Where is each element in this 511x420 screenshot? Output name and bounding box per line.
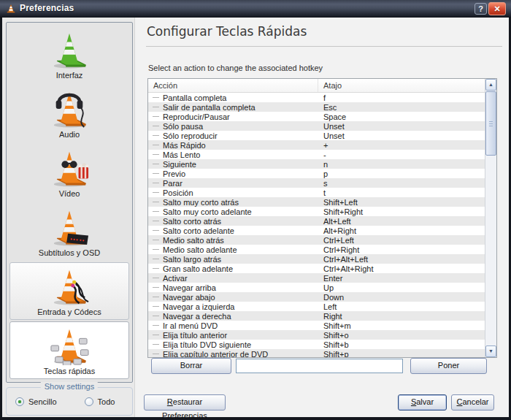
sidebar-item-label: Teclas rápidas [44, 367, 95, 375]
tree-branch-icon [153, 145, 159, 145]
sidebar-item-video[interactable]: Vídeo [9, 144, 129, 202]
table-row[interactable]: Salto muy corto adelanteShift+Right [148, 207, 485, 216]
table-row[interactable]: Navegar a izquierdaLeft [148, 302, 485, 311]
column-header-atajo[interactable]: Atajo [318, 79, 485, 92]
sidebar-item-teclas-rapidas[interactable]: Teclas rápidas [9, 321, 129, 379]
client-area: InterfazAudioVídeoSubtítulos y OSDEntrad… [2, 18, 509, 417]
action-cell: Siguiente [148, 160, 318, 169]
tree-branch-icon [153, 278, 159, 278]
tree-branch-icon [153, 297, 159, 297]
hotkey-cell: Alt+Right [318, 226, 485, 235]
sidebar-item-subtitulos-osd[interactable]: Subtítulos y OSD [9, 203, 129, 261]
cone-subtitles-icon [48, 207, 91, 247]
hotkey-cell: Shift+b [318, 340, 485, 349]
table-row[interactable]: ActivarEnter [148, 273, 485, 283]
table-row[interactable]: Salto muy corto atrásShift+Left [148, 197, 485, 207]
table-row[interactable]: Salto largo atrásCtrl+Alt+Left [148, 254, 485, 264]
table-row[interactable]: Salir de pantalla completaEsc [148, 102, 485, 112]
action-cell: Navegar a izquierda [148, 302, 318, 311]
tree-branch-icon [153, 183, 159, 183]
table-row[interactable]: Salto corto atrásAlt+Left [148, 216, 485, 226]
content-panel: Configurar Teclas Rápidas Select an acti… [134, 18, 509, 417]
tree-branch-icon [153, 135, 159, 136]
table-row[interactable]: Reproducir/PausarSpace [148, 112, 485, 121]
close-icon[interactable]: ✕ [488, 2, 506, 15]
table-row[interactable]: Elija título anteriorShift+o [148, 330, 485, 340]
tree-branch-icon [153, 259, 159, 259]
tree-branch-icon [153, 107, 159, 107]
sidebar-item-entrada-codecs[interactable]: Entrada y Códecs [9, 262, 129, 320]
sidebar-item-list: InterfazAudioVídeoSubtítulos y OSDEntrad… [6, 22, 133, 383]
table-row[interactable]: Gran salto adelanteCtrl+Alt+Right [148, 264, 485, 273]
hotkey-input[interactable] [236, 359, 403, 373]
tree-branch-icon [153, 240, 159, 240]
sidebar-item-audio[interactable]: Audio [9, 85, 129, 142]
table-row[interactable]: Medio salto atrásCtrl+Left [148, 235, 485, 245]
tree-branch-icon [153, 354, 159, 354]
page-title: Configurar Teclas Rápidas [147, 24, 307, 39]
table-row[interactable]: Elija capítulo anterior de DVDShift+p [148, 349, 485, 357]
tree-branch-icon [153, 211, 159, 212]
tree-branch-icon [153, 221, 159, 221]
scroll-up-icon[interactable]: ▲ [485, 79, 496, 91]
cancel-button[interactable]: Cancelar [451, 394, 494, 411]
set-hotkey-button[interactable]: Poner [410, 358, 487, 374]
tree-branch-icon [153, 335, 159, 335]
table-row[interactable]: Navegar arribaUp [148, 283, 485, 292]
scroll-down-icon[interactable]: ▼ [485, 345, 496, 357]
table-row[interactable]: Previop [148, 169, 485, 178]
table-row[interactable]: Más Lento- [148, 150, 485, 159]
scrollbar-thumb[interactable] [485, 91, 496, 156]
hotkey-table-body: Pantalla completafSalir de pantalla comp… [148, 93, 485, 357]
sidebar-item-interfaz[interactable]: Interfaz [9, 26, 129, 83]
hotkey-cell: p [318, 169, 485, 178]
cone-input-codecs-icon [48, 267, 91, 306]
hotkey-cell: Space [318, 112, 485, 121]
table-row[interactable]: Medio salto adelanteCtrl+Right [148, 245, 485, 254]
hotkey-cell: Unset [318, 131, 485, 140]
hotkey-cell: Shift+p [318, 350, 485, 358]
table-row[interactable]: Navegar a derechaRight [148, 311, 485, 321]
hotkey-cell: Unset [318, 122, 485, 131]
hotkey-cell: Ctrl+Right [318, 245, 485, 254]
hotkey-cell: Alt+Left [318, 217, 485, 226]
table-row[interactable]: Parars [148, 178, 485, 188]
preferences-window: Preferencias ? ✕ InterfazAudioVídeoSubtí… [0, 0, 511, 420]
action-cell: Salto muy corto atrás [148, 198, 318, 207]
hotkey-cell: Shift+m [318, 321, 485, 330]
table-row[interactable]: Más Rápido+ [148, 140, 485, 150]
title-bar[interactable]: Preferencias ? ✕ [0, 0, 511, 18]
help-icon[interactable]: ? [474, 3, 487, 15]
save-button[interactable]: Salvar [398, 394, 447, 411]
action-cell: Salto muy corto adelante [148, 207, 318, 216]
table-row[interactable]: Posiciónt [148, 188, 485, 197]
hotkey-cell: Esc [318, 103, 485, 112]
hotkey-cell: t [318, 188, 485, 197]
reset-preferences-button[interactable]: Restaurar Preferencias [144, 394, 226, 411]
action-cell: Previo [148, 169, 318, 178]
hotkey-cell: Down [318, 293, 485, 302]
action-cell: Medio salto atrás [148, 236, 318, 245]
hotkey-hint-text: Select an action to change the associate… [148, 64, 323, 72]
tree-branch-icon [153, 202, 159, 202]
action-cell: Gran salto adelante [148, 264, 318, 273]
table-row[interactable]: Sólo reproducirUnset [148, 131, 485, 140]
table-row[interactable]: Salto corto adelanteAlt+Right [148, 226, 485, 235]
table-row[interactable]: Elija título DVD siguienteShift+b [148, 340, 485, 349]
table-row[interactable]: Sólo pausaUnset [148, 121, 485, 131]
table-row[interactable]: Pantalla completaf [148, 93, 485, 102]
vertical-scrollbar[interactable]: ▲ ▼ [485, 79, 496, 357]
column-header-accion[interactable]: Acción [148, 79, 318, 92]
action-cell: Navegar arriba [148, 283, 318, 292]
clear-hotkey-button[interactable]: Borrar [151, 358, 231, 374]
action-cell: Salto corto adelante [148, 226, 318, 235]
action-cell: Salto largo atrás [148, 255, 318, 264]
table-row[interactable]: Siguienten [148, 159, 485, 169]
radio-todo[interactable]: Todo [85, 397, 115, 406]
hotkey-cell: Shift+Right [318, 207, 485, 216]
tree-branch-icon [153, 192, 159, 193]
radio-sencillo[interactable]: Sencillo [15, 397, 57, 406]
table-row[interactable]: Navegar abajoDown [148, 292, 485, 302]
hotkey-cell: + [318, 141, 485, 150]
table-row[interactable]: Ir al menú DVDShift+m [148, 321, 485, 330]
